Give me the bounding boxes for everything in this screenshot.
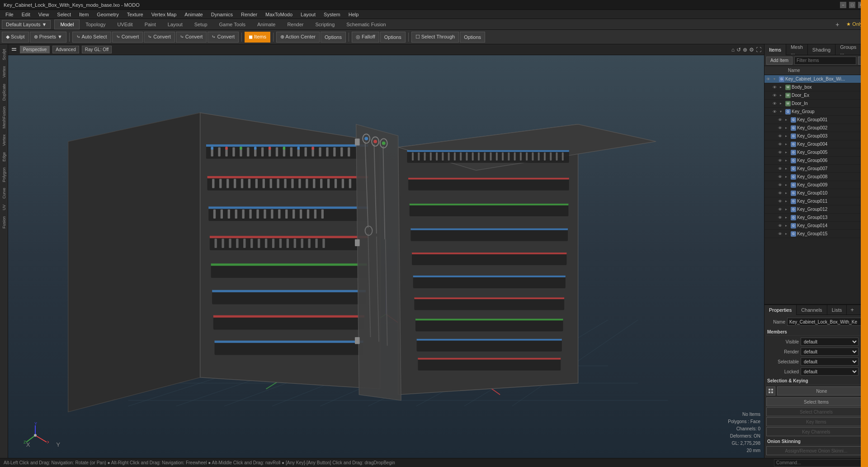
maximize-button[interactable]: □ [849, 2, 855, 8]
none-button[interactable]: None [777, 386, 866, 396]
menu-item-geometry[interactable]: Geometry [93, 11, 122, 18]
menu-item-system[interactable]: System [320, 11, 344, 18]
tab-lists[interactable]: Lists [827, 305, 847, 315]
menu-item-item[interactable]: Item [75, 11, 92, 18]
assign-remove-onion-button[interactable]: Assign/Remove Onion Skinni... [766, 446, 866, 455]
left-tab-vertex[interactable]: Vertex [1, 132, 7, 149]
selection-grid-button[interactable] [766, 386, 775, 396]
mode-tab-game-tools[interactable]: Game Tools [213, 19, 252, 29]
left-tab-vertex[interactable]: Vertex [1, 63, 7, 81]
prop-plus-button[interactable]: + [847, 305, 858, 314]
viewport-3d[interactable]: X Y X Z Y No Items Polygons : Face [8, 55, 764, 458]
left-tab-uv[interactable]: UV [1, 202, 7, 213]
tree-item-2[interactable]: 👁▸MDoor_Ex [764, 91, 868, 100]
left-tab-edge[interactable]: Edge [1, 149, 7, 164]
toolbar-options1-button[interactable]: Options [321, 32, 346, 43]
tab-mesh[interactable]: Mesh ... [786, 44, 808, 55]
toolbar-options3-button[interactable]: Options [460, 32, 485, 43]
tree-item-16[interactable]: 👁▸GKey_Group012 [764, 205, 868, 214]
select-items-button[interactable]: Select Items [766, 397, 866, 406]
locked-select[interactable]: default on off [801, 367, 859, 376]
render-select[interactable]: default on off [801, 348, 859, 356]
name-input[interactable] [787, 318, 865, 326]
toolbar-convert4-button[interactable]: ⤷ Convert [208, 32, 239, 43]
eye-icon-7[interactable]: 👁 [778, 134, 784, 138]
toolbar-sculpt-button[interactable]: ◆ Sculpt [2, 32, 29, 43]
expand-arrow-3[interactable]: ▸ [780, 101, 784, 105]
menu-item-file[interactable]: File [2, 11, 17, 18]
expand-arrow-5[interactable]: ▸ [785, 118, 790, 122]
eye-icon-10[interactable]: 👁 [778, 158, 784, 163]
left-tab-meshfusion[interactable]: MeshFusion [1, 104, 7, 131]
menu-item-maxtomodo[interactable]: MaxToModo [262, 11, 296, 18]
mode-tab-animate[interactable]: Animate [251, 19, 281, 29]
expand-arrow-0[interactable]: ▾ [774, 77, 778, 81]
eye-icon-1[interactable]: 👁 [773, 85, 779, 90]
menu-item-vertex-map[interactable]: Vertex Map [148, 11, 180, 18]
eye-icon-6[interactable]: 👁 [778, 126, 784, 130]
expand-arrow-7[interactable]: ▸ [785, 134, 790, 138]
eye-icon-8[interactable]: 👁 [778, 142, 784, 147]
left-tab-duplicate[interactable]: Duplicate [1, 81, 7, 104]
left-tab-sculpt[interactable]: Sculpt [1, 46, 7, 63]
eye-icon-9[interactable]: 👁 [778, 150, 784, 155]
eye-icon-12[interactable]: 👁 [778, 175, 784, 179]
eye-icon-4[interactable]: 👁 [773, 110, 779, 114]
menu-item-dynamics[interactable]: Dynamics [208, 11, 236, 18]
menu-item-select[interactable]: Select [53, 11, 75, 18]
eye-icon-2[interactable]: 👁 [773, 93, 779, 98]
toolbar-falloff-button[interactable]: ◎ Falloff [352, 32, 379, 43]
select-channels-button[interactable]: Select Channels [766, 407, 866, 416]
expand-arrow-14[interactable]: ▸ [785, 191, 790, 195]
toolbar-convert3-button[interactable]: ⤷ Convert [176, 32, 207, 43]
raygl-button[interactable]: Ray GL: Off [82, 46, 112, 53]
mode-tab-paint[interactable]: Paint [139, 19, 162, 29]
command-input[interactable] [774, 459, 864, 467]
mode-tab-layout[interactable]: Layout [162, 19, 189, 29]
eye-icon-16[interactable]: 👁 [778, 207, 784, 212]
eye-icon-0[interactable]: 👁 [766, 77, 773, 81]
expand-arrow-12[interactable]: ▸ [785, 175, 790, 179]
expand-arrow-15[interactable]: ▸ [785, 199, 790, 203]
expand-arrow-19[interactable]: ▸ [785, 232, 790, 236]
eye-icon-19[interactable]: 👁 [778, 232, 784, 236]
mode-tab-model[interactable]: Model [54, 19, 80, 29]
left-tab-fusion[interactable]: Fusion [1, 214, 7, 231]
eye-icon-18[interactable]: 👁 [778, 224, 784, 228]
expand-arrow-6[interactable]: ▸ [785, 126, 790, 130]
expand-arrow-2[interactable]: ▸ [780, 93, 784, 97]
minimize-button[interactable]: − [840, 2, 846, 8]
menu-item-texture[interactable]: Texture [123, 11, 147, 18]
tree-item-3[interactable]: 👁▸MDoor_In [764, 100, 868, 108]
tab-properties[interactable]: Properties [764, 305, 797, 315]
menu-item-animate[interactable]: Animate [181, 11, 206, 18]
zoom-icon[interactable]: ⊕ [743, 47, 747, 53]
toolbar-convert1-button[interactable]: ⤷ Convert [112, 32, 143, 43]
tree-item-14[interactable]: 👁▸GKey_Group010 [764, 189, 868, 197]
menu-item-view[interactable]: View [35, 11, 53, 18]
tree-item-12[interactable]: 👁▸GKey_Group008 [764, 173, 868, 181]
tab-shading[interactable]: Shading [808, 44, 835, 55]
expand-arrow-18[interactable]: ▸ [785, 224, 790, 228]
mode-tab-setup[interactable]: Setup [189, 19, 213, 29]
eye-icon-11[interactable]: 👁 [778, 167, 784, 171]
eye-icon-15[interactable]: 👁 [778, 199, 784, 204]
tree-item-5[interactable]: 👁▸GKey_Group001 [764, 116, 868, 124]
expand-arrow-16[interactable]: ▸ [785, 207, 790, 211]
expand-icon[interactable]: ⛶ [756, 47, 761, 53]
toolbar-presets-button[interactable]: ⊕ Presets ▼ [30, 32, 66, 43]
visible-select[interactable]: default on off [801, 338, 859, 346]
mode-tab-render[interactable]: Render [281, 19, 309, 29]
default-layouts-dropdown[interactable]: Default Layouts ▼ [2, 20, 51, 29]
menu-item-render[interactable]: Render [237, 11, 261, 18]
toolbar-convert2-button[interactable]: ⤷ Convert [144, 32, 175, 43]
tree-item-17[interactable]: 👁▸GKey_Group013 [764, 214, 868, 222]
mode-tab-uvedit[interactable]: UVEdit [111, 19, 138, 29]
eye-icon-14[interactable]: 👁 [778, 191, 784, 195]
menu-item-edit[interactable]: Edit [18, 11, 34, 18]
menu-item-layout[interactable]: Layout [297, 11, 319, 18]
refresh-icon[interactable]: ↺ [736, 47, 741, 53]
expand-arrow-4[interactable]: ▾ [780, 110, 784, 114]
mode-tab-topology[interactable]: Topology [80, 19, 111, 29]
tree-item-11[interactable]: 👁▸GKey_Group007 [764, 165, 868, 173]
